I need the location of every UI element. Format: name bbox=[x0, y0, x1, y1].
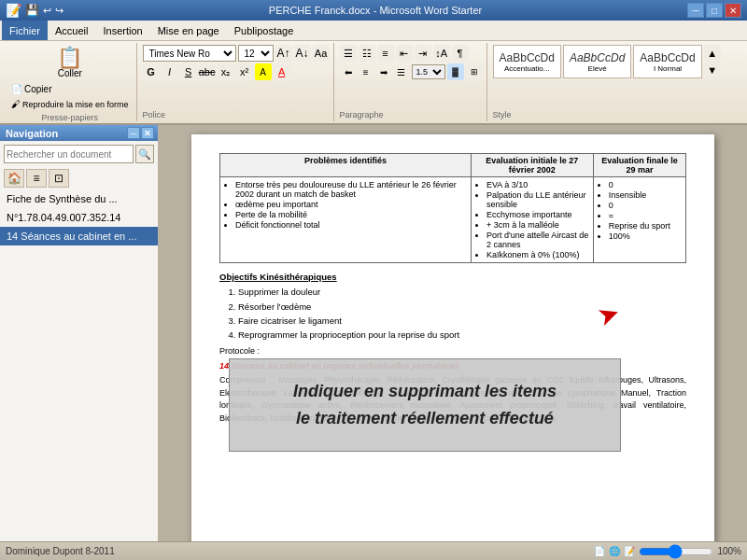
increase-font-button[interactable]: A↑ bbox=[275, 45, 292, 62]
quick-access-save[interactable]: 💾 bbox=[25, 4, 39, 17]
strikethrough-button[interactable]: abc bbox=[199, 63, 216, 80]
word-icon: 📝 bbox=[6, 3, 21, 18]
menu-insertion[interactable]: Insertion bbox=[95, 21, 149, 40]
superscript-button[interactable]: x² bbox=[236, 63, 253, 80]
style-eleve[interactable]: AaBbCcDd Elevé bbox=[563, 45, 631, 78]
paste-icon: 📋 bbox=[57, 48, 82, 68]
ribbon-style-group: AaBbCcDd Accentuatio... AaBbCcDd Elevé A… bbox=[489, 43, 743, 121]
titlebar-controls: ─ □ ✕ bbox=[687, 3, 741, 18]
decrease-font-button[interactable]: A↓ bbox=[294, 45, 311, 62]
nav-close-button[interactable]: ✕ bbox=[141, 127, 154, 139]
underline-button[interactable]: S bbox=[180, 63, 197, 80]
document-page: Problèmes identifiés Evaluation initiale… bbox=[191, 134, 714, 541]
statusbar-view-draft[interactable]: 📝 bbox=[624, 546, 635, 556]
nav-item-1[interactable]: N°1.78.04.49.007.352.14 bbox=[0, 208, 158, 227]
line-spacing-select[interactable]: 1.5 bbox=[412, 64, 445, 79]
clear-format-button[interactable]: Aa bbox=[313, 45, 330, 62]
style-scroll-down[interactable]: ▼ bbox=[704, 62, 721, 78]
font-size-select[interactable]: 12 bbox=[238, 45, 274, 62]
align-center-button[interactable]: ≡ bbox=[358, 63, 374, 80]
objectif-0: Supprimer la douleur bbox=[238, 286, 686, 299]
objectifs-title: Objectifs Kinésithérapiques bbox=[219, 271, 686, 284]
numbered-list-button[interactable]: ☷ bbox=[359, 45, 375, 62]
document-area[interactable]: Problèmes identifiés Evaluation initiale… bbox=[159, 125, 747, 541]
style-accentuation[interactable]: AaBbCcDd Accentuatio... bbox=[493, 45, 561, 78]
nav-item-2[interactable]: 14 Séances au cabinet en ... bbox=[0, 227, 158, 245]
menu-fichier[interactable]: Fichier bbox=[2, 21, 48, 40]
multilevel-list-button[interactable]: ≡ bbox=[377, 45, 394, 62]
coller-button[interactable]: 📋 Coller bbox=[7, 45, 133, 81]
increase-indent-button[interactable]: ⇥ bbox=[415, 45, 431, 62]
zoom-level: 100% bbox=[717, 546, 741, 556]
nav-minimize-button[interactable]: ─ bbox=[127, 127, 140, 139]
nav-item-0[interactable]: Fiche de Synthèse du ... bbox=[0, 189, 158, 208]
statusbar-author: Dominique Dupont 8-2011 bbox=[6, 546, 115, 556]
style-scroll-up[interactable]: ▲ bbox=[704, 45, 721, 62]
main-area: Navigation ─ ✕ 🔍 🏠 ≡ ⊡ Fiche de Synthèse… bbox=[0, 125, 747, 541]
tooltip-line1: Indiquer en supprimant les items bbox=[258, 378, 592, 405]
quick-access-undo[interactable]: ↩ bbox=[43, 5, 51, 17]
justify-button[interactable]: ☰ bbox=[393, 63, 410, 80]
close-button[interactable]: ✕ bbox=[725, 3, 741, 18]
sort-button[interactable]: ↕A bbox=[433, 45, 450, 62]
table-row: Entorse très peu douloureuse du LLE anté… bbox=[220, 177, 686, 263]
nav-search-button[interactable]: 🔍 bbox=[135, 145, 154, 163]
nav-document-list: Fiche de Synthèse du ... N°1.78.04.49.00… bbox=[0, 189, 158, 541]
align-left-button[interactable]: ⬅ bbox=[340, 63, 357, 80]
statusbar-right: 📄 🌐 📝 100% bbox=[594, 545, 741, 558]
titlebar-title: PERCHE Franck.docx - Microsoft Word Star… bbox=[269, 5, 482, 16]
titlebar: 📝 💾 ↩ ↪ PERCHE Franck.docx - Microsoft W… bbox=[0, 0, 747, 21]
ribbon: 📋 Coller 📄 Copier 🖌 Reproduire la mise e… bbox=[0, 41, 747, 125]
subscript-button[interactable]: x₂ bbox=[218, 63, 234, 80]
copy-icon: 📄 bbox=[11, 84, 22, 94]
italic-button[interactable]: I bbox=[162, 63, 178, 80]
show-marks-button[interactable]: ¶ bbox=[452, 45, 469, 62]
table-header-2: Evaluation finale le 29 mar bbox=[593, 154, 685, 177]
nav-search-input[interactable] bbox=[4, 145, 134, 163]
statusbar-view-print[interactable]: 📄 bbox=[594, 546, 605, 556]
nav-view-headings[interactable]: ≡ bbox=[26, 169, 47, 188]
spacing-controls: 1.5 bbox=[412, 64, 445, 79]
ribbon-paragraph-group: ☰ ☷ ≡ ⇤ ⇥ ↕A ¶ ⬅ ≡ ➡ ☰ 1.5 ▓ ⊞ Paragra bbox=[336, 43, 487, 121]
nav-view-browse[interactable]: 🏠 bbox=[4, 169, 24, 188]
style-normal[interactable]: AaBbCcDd I Normal bbox=[633, 45, 701, 78]
reproduire-button[interactable]: 🖌 Reproduire la mise en forme bbox=[7, 97, 133, 111]
font-color-button[interactable]: A bbox=[274, 63, 290, 80]
nav-search-area: 🔍 bbox=[0, 141, 158, 167]
menu-mise-en-page[interactable]: Mise en page bbox=[150, 21, 227, 40]
menubar: Fichier Accueil Insertion Mise en page P… bbox=[0, 21, 747, 41]
format-painter-icon: 🖌 bbox=[11, 99, 21, 109]
statusbar-view-web[interactable]: 🌐 bbox=[609, 546, 620, 556]
table-header-0: Problèmes identifiés bbox=[220, 154, 472, 177]
minimize-button[interactable]: ─ bbox=[687, 3, 704, 18]
tooltip-line2: le traitement réellement effectué bbox=[258, 405, 592, 432]
copier-button[interactable]: 📄 Copier bbox=[7, 82, 133, 96]
menu-publipostage[interactable]: Publipostage bbox=[227, 21, 302, 40]
bullet-list-button[interactable]: ☰ bbox=[340, 45, 357, 62]
font-name-select[interactable]: Times New Ro bbox=[143, 45, 236, 62]
quick-access-redo[interactable]: ↪ bbox=[55, 5, 63, 17]
protocole-label: Protocole : bbox=[219, 345, 686, 358]
zoom-slider[interactable] bbox=[639, 545, 713, 558]
table-cell-0-2: 0 Insensible 0 = Reprise du sport 100% bbox=[593, 177, 685, 263]
border-button[interactable]: ⊞ bbox=[466, 63, 483, 80]
highlight-button[interactable]: A bbox=[255, 63, 272, 80]
decrease-indent-button[interactable]: ⇤ bbox=[396, 45, 413, 62]
bold-button[interactable]: G bbox=[143, 63, 160, 80]
shading-button[interactable]: ▓ bbox=[447, 63, 464, 80]
statusbar: Dominique Dupont 8-2011 📄 🌐 📝 100% bbox=[0, 541, 747, 560]
table-cell-0-0: Entorse très peu douloureuse du LLE anté… bbox=[220, 177, 472, 263]
nav-view-icons: 🏠 ≡ ⊡ bbox=[0, 167, 158, 189]
titlebar-left: 📝 💾 ↩ ↪ bbox=[6, 3, 63, 18]
nav-titlebar: Navigation ─ ✕ bbox=[0, 125, 158, 141]
navigation-panel: Navigation ─ ✕ 🔍 🏠 ≡ ⊡ Fiche de Synthèse… bbox=[0, 125, 159, 541]
align-right-button[interactable]: ➡ bbox=[375, 63, 392, 80]
align-buttons: ⬅ ≡ ➡ ☰ bbox=[340, 63, 410, 80]
tooltip-overlay: Indiquer en supprimant les items le trai… bbox=[229, 358, 621, 452]
nav-title-buttons: ─ ✕ bbox=[127, 127, 154, 139]
menu-accueil[interactable]: Accueil bbox=[48, 21, 95, 40]
nav-view-pages[interactable]: ⊡ bbox=[49, 169, 69, 188]
maximize-button[interactable]: □ bbox=[706, 3, 723, 18]
table-header-1: Evaluation initiale le 27 février 2002 bbox=[471, 154, 593, 177]
objectif-3: Reprogrammer la proprioception pour la r… bbox=[238, 329, 686, 342]
